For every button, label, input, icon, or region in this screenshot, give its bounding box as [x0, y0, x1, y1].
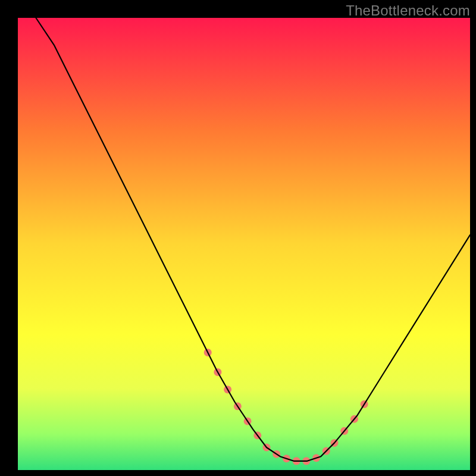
plot-area [18, 18, 470, 470]
chart-svg [0, 0, 476, 476]
watermark-text: TheBottleneck.com [346, 2, 470, 19]
bottleneck-chart: TheBottleneck.com [0, 0, 476, 476]
